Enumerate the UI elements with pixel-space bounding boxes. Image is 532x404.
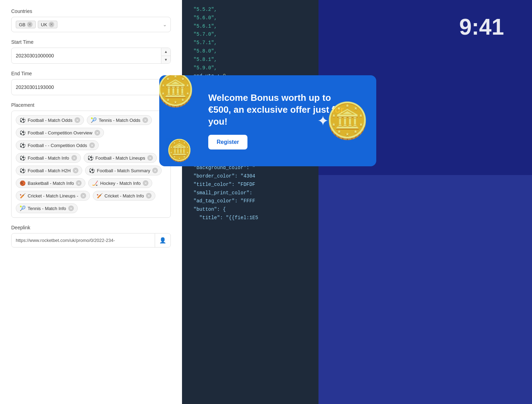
code-line: "border_color": "4304: [188, 172, 313, 181]
remove-uk-icon[interactable]: ✕: [49, 22, 54, 27]
code-line: "ad_tag_color": "FFFF: [188, 197, 313, 206]
placement-label: Placement: [11, 102, 171, 108]
code-line: "5.8.1",: [188, 56, 313, 64]
placement-remove-icon[interactable]: ✕: [143, 180, 148, 186]
start-time-down[interactable]: ▼: [161, 56, 170, 64]
start-time-input[interactable]: [12, 49, 161, 62]
left-panel: Countries GB ✕ UK ✕ ⌄ Start Time ▲ ▼ End…: [0, 0, 182, 404]
countries-label: Countries: [11, 8, 171, 14]
placement-tag[interactable]: 🏒 Hockey - Match Info ✕: [88, 178, 152, 188]
placement-tag[interactable]: 🏏 Cricket - Match Info ✕: [93, 191, 156, 201]
placement-sport-icon: 🏏: [97, 193, 103, 198]
placement-sport-icon: 🏒: [92, 180, 98, 186]
placement-tag[interactable]: 🏀 Basketball - Match Info ✕: [16, 178, 85, 188]
ad-banner: 🪙 🪙 Welcome Bonus worth up to €500, an e…: [159, 75, 376, 166]
placement-tag[interactable]: ⚽ Football - Match Summary ✕: [85, 166, 162, 175]
placement-tag[interactable]: ⚽ Football - Match Lineups ✕: [84, 153, 157, 163]
placement-sport-icon: ⚽: [20, 130, 26, 135]
placement-tag-label: Football - Match Info: [28, 155, 69, 161]
phone-time: 9:41: [459, 14, 504, 40]
placement-tag-label: Football - Match Lineups: [96, 155, 145, 161]
deeplink-input[interactable]: [12, 234, 155, 246]
placement-sport-icon: 🏀: [20, 180, 26, 186]
placement-remove-icon[interactable]: ✕: [152, 168, 158, 173]
coins-left-bottom-icon: 🪙: [166, 138, 192, 163]
placement-remove-icon[interactable]: ✕: [68, 206, 74, 211]
remove-gb-icon[interactable]: ✕: [27, 22, 33, 27]
country-tag-uk[interactable]: UK ✕: [38, 21, 57, 28]
placement-tag[interactable]: 🏏 Cricket - Match Lineups - ✕: [16, 191, 90, 201]
placement-sport-icon: ⚽: [20, 142, 26, 148]
placement-tag[interactable]: ⚽ Football - Match Info ✕: [16, 153, 81, 163]
code-line: "title_color": "FDFDF: [188, 181, 313, 189]
code-line: "5.9.0",: [188, 64, 313, 72]
code-line: "small_print_color":: [188, 189, 313, 197]
end-time-input[interactable]: [12, 81, 161, 93]
end-time-field: ▲ ▼: [11, 79, 171, 95]
deeplink-label: Deeplink: [11, 225, 171, 230]
right-panel-bottom: [318, 175, 532, 404]
placement-sport-icon: ⚽: [20, 155, 26, 161]
placement-remove-icon[interactable]: ✕: [146, 193, 152, 198]
placement-tag[interactable]: ⚽ Football - - Competition Odds ✕: [16, 140, 99, 150]
placement-remove-icon[interactable]: ✕: [142, 117, 148, 123]
coin-right-icon: 🪙: [326, 100, 369, 141]
placement-tag-label: Hockey - Match Info: [100, 181, 141, 186]
coins-left-icon: 🪙: [159, 75, 195, 109]
code-line: "5.7.1",: [188, 39, 313, 47]
placement-tag[interactable]: 🎾 Tennis - Match Info ✕: [16, 203, 78, 213]
person-icon[interactable]: 👤: [155, 234, 170, 247]
ad-decoration: ✦ 🪙: [317, 75, 369, 166]
start-time-spinner: ▲ ▼: [161, 48, 170, 63]
placement-remove-icon[interactable]: ✕: [147, 155, 153, 161]
chevron-down-icon: ⌄: [163, 22, 167, 27]
placement-sport-icon: ⚽: [20, 168, 26, 173]
code-line: "button": {: [188, 206, 313, 214]
placement-tag-label: Tennis - Match Info: [28, 206, 66, 211]
country-tag-gb[interactable]: GB ✕: [16, 21, 36, 28]
placement-remove-icon[interactable]: ✕: [94, 130, 100, 135]
placement-tag-label: Cricket - Match Lineups -: [28, 193, 78, 198]
placement-tag-label: Football - Competition Overview: [28, 130, 92, 135]
placement-sport-icon: 🎾: [20, 206, 26, 211]
placement-remove-icon[interactable]: ✕: [89, 142, 95, 148]
start-time-up[interactable]: ▲: [161, 48, 170, 56]
code-line: "5.7.0",: [188, 30, 313, 39]
placement-tag[interactable]: ⚽ Football - Match Odds ✕: [16, 115, 84, 125]
placement-box: ⚽ Football - Match Odds ✕ 🎾 Tennis - Mat…: [11, 111, 171, 218]
placement-sport-icon: 🏏: [20, 193, 26, 198]
placement-tag-label: Football - - Competition Odds: [28, 143, 87, 148]
countries-select[interactable]: GB ✕ UK ✕ ⌄: [11, 17, 171, 32]
code-editor-panel: "5.5.2", "5.6.0", "5.6.1", "5.7.0", "5.7…: [182, 0, 318, 404]
placement-tag[interactable]: ⚽ Football - Match H2H ✕: [16, 166, 82, 175]
placement-sport-icon: 🎾: [91, 117, 97, 123]
placement-tag-label: Cricket - Match Info: [105, 193, 144, 198]
placement-tag-label: Basketball - Match Info: [28, 181, 74, 186]
start-time-field: ▲ ▼: [11, 48, 171, 64]
end-time-label: End Time: [11, 71, 171, 76]
code-line: "title": "{{fiel:1E5: [188, 214, 313, 222]
code-line: "5.5.2",: [188, 6, 313, 14]
start-time-label: Start Time: [11, 39, 171, 45]
deeplink-field: 👤: [11, 233, 171, 248]
placement-sport-icon: ⚽: [20, 117, 26, 123]
placement-remove-icon[interactable]: ✕: [73, 168, 78, 173]
placement-tag[interactable]: ⚽ Football - Competition Overview ✕: [16, 128, 104, 138]
placement-remove-icon[interactable]: ✕: [75, 117, 80, 123]
placement-tag-label: Tennis - Match Odds: [99, 118, 140, 123]
placement-tag-label: Football - Match Summary: [97, 168, 150, 173]
placement-tag[interactable]: 🎾 Tennis - Match Odds ✕: [87, 115, 152, 125]
placement-remove-icon[interactable]: ✕: [80, 193, 86, 198]
placement-tag-label: Football - Match H2H: [28, 168, 71, 173]
code-line: "5.6.0",: [188, 14, 313, 22]
placement-tag-label: Football - Match Odds: [28, 118, 72, 123]
code-line: "5.6.1",: [188, 22, 313, 31]
placement-sport-icon: ⚽: [88, 155, 93, 161]
placement-sport-icon: ⚽: [89, 168, 95, 173]
register-button[interactable]: Register: [208, 135, 247, 149]
code-line: "5.8.0",: [188, 47, 313, 56]
placement-remove-icon[interactable]: ✕: [71, 155, 77, 161]
placement-remove-icon[interactable]: ✕: [76, 180, 82, 186]
